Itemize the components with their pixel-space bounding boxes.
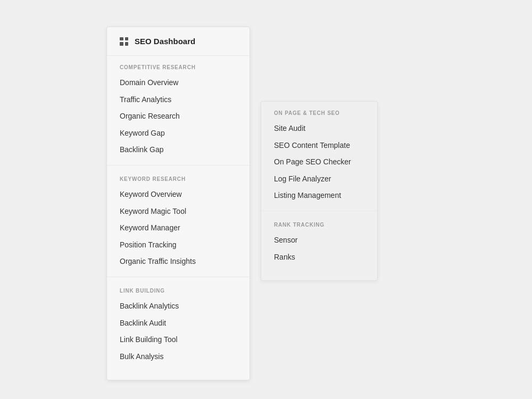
menu-item-link-building-tool[interactable]: Link Building Tool (120, 331, 237, 348)
divider-1 (107, 165, 250, 165)
menu-item-bulk-analysis[interactable]: Bulk Analysis (120, 348, 237, 365)
menu-item-traffic-analytics[interactable]: Traffic Analytics (120, 92, 237, 109)
menu-item-keyword-manager[interactable]: Keyword Manager (120, 220, 237, 237)
menu-item-organic-traffic-insights[interactable]: Organic Traffic Insights (120, 253, 237, 270)
menu-item-backlink-analytics[interactable]: Backlink Analytics (120, 298, 237, 315)
menu-item-ranks[interactable]: Ranks (274, 249, 364, 266)
menu-item-backlink-gap[interactable]: Backlink Gap (120, 142, 237, 159)
section-label-link-building: LINK BUILDING (120, 288, 237, 294)
section-link-building: LINK BUILDING Backlink Analytics Backlin… (107, 279, 250, 369)
dashboard-title: SEO Dashboard (135, 37, 195, 46)
menu-header[interactable]: SEO Dashboard (107, 27, 250, 56)
section-on-page-tech-seo: ON PAGE & TECH SEO Site Audit SEO Conten… (261, 102, 377, 209)
menu-item-listing-management[interactable]: Listing Management (274, 187, 364, 204)
menu-item-organic-research[interactable]: Organic Research (120, 108, 237, 125)
section-label-competitive-research: COMPETITIVE RESEARCH (120, 64, 237, 70)
divider-3 (261, 211, 377, 211)
menu-item-backlink-audit[interactable]: Backlink Audit (120, 315, 237, 332)
menu-item-domain-overview[interactable]: Domain Overview (120, 74, 237, 92)
section-competitive-research: COMPETITIVE RESEARCH Domain Overview Tra… (107, 56, 250, 163)
menu-item-seo-content-template[interactable]: SEO Content Template (274, 137, 364, 154)
menu-item-log-file-analyzer[interactable]: Log File Analyzer (274, 171, 364, 188)
grid-icon (120, 37, 128, 46)
section-label-on-page-tech-seo: ON PAGE & TECH SEO (274, 110, 364, 116)
menu-item-keyword-magic-tool[interactable]: Keyword Magic Tool (120, 203, 237, 220)
menu-item-sensor[interactable]: Sensor (274, 232, 364, 249)
section-label-rank-tracking: RANK TRACKING (274, 222, 364, 228)
section-keyword-research: KEYWORD RESEARCH Keyword Overview Keywor… (107, 168, 250, 275)
menu-item-site-audit[interactable]: Site Audit (274, 120, 364, 137)
right-dropdown-menu: ON PAGE & TECH SEO Site Audit SEO Conten… (261, 101, 378, 281)
page-container: SEO Dashboard COMPETITIVE RESEARCH Domai… (106, 27, 426, 380)
section-label-keyword-research: KEYWORD RESEARCH (120, 176, 237, 182)
menu-item-keyword-overview[interactable]: Keyword Overview (120, 186, 237, 203)
menu-item-keyword-gap[interactable]: Keyword Gap (120, 125, 237, 142)
menu-item-position-tracking[interactable]: Position Tracking (120, 237, 237, 254)
divider-2 (107, 277, 250, 277)
menu-item-on-page-seo-checker[interactable]: On Page SEO Checker (274, 154, 364, 171)
section-rank-tracking: RANK TRACKING Sensor Ranks (261, 213, 377, 270)
left-dropdown-menu: SEO Dashboard COMPETITIVE RESEARCH Domai… (106, 27, 250, 380)
